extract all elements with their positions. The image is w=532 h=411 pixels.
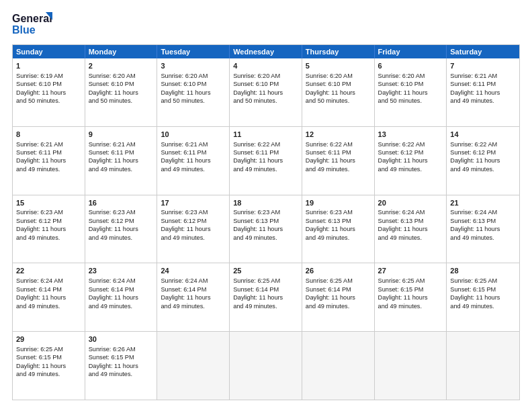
day-info-line: Daylight: 11 hours <box>378 293 443 302</box>
day-cell-18: 18Sunrise: 6:23 AMSunset: 6:13 PMDayligh… <box>230 195 302 263</box>
day-number: 23 <box>89 266 154 276</box>
day-number: 13 <box>378 130 443 140</box>
day-info-line: Sunset: 6:11 PM <box>233 148 298 156</box>
day-info-line: Sunset: 6:15 PM <box>450 285 516 293</box>
day-number: 5 <box>306 61 371 71</box>
day-info-line: Daylight: 11 hours <box>161 225 226 233</box>
day-cell-19: 19Sunrise: 6:23 AMSunset: 6:13 PMDayligh… <box>302 195 375 263</box>
day-info-line: Sunset: 6:11 PM <box>161 148 226 156</box>
day-info-line: and 50 minutes. <box>233 97 298 105</box>
day-info-line: Sunset: 6:12 PM <box>378 148 443 156</box>
day-info-line: Daylight: 11 hours <box>233 225 298 233</box>
day-number: 11 <box>233 130 298 140</box>
day-number: 20 <box>378 198 443 208</box>
day-info-line: and 49 minutes. <box>16 370 81 378</box>
day-cell-24: 24Sunrise: 6:24 AMSunset: 6:14 PMDayligh… <box>157 263 230 331</box>
day-info-line: Sunrise: 6:24 AM <box>89 277 154 285</box>
day-info-line: Sunrise: 6:22 AM <box>450 140 516 148</box>
svg-text:General: General <box>12 13 52 24</box>
day-cell-26: 26Sunrise: 6:25 AMSunset: 6:14 PMDayligh… <box>302 263 375 331</box>
day-info-line: Sunrise: 6:21 AM <box>161 140 226 148</box>
day-info-line: Sunset: 6:14 PM <box>306 285 371 293</box>
day-number: 27 <box>378 266 443 276</box>
header-day-thursday: Thursday <box>302 45 375 58</box>
day-info-line: Daylight: 11 hours <box>161 156 226 165</box>
empty-cell <box>302 332 375 400</box>
day-info-line: Daylight: 11 hours <box>89 362 154 370</box>
day-cell-5: 5Sunrise: 6:20 AMSunset: 6:10 PMDaylight… <box>302 58 375 126</box>
day-info-line: Daylight: 11 hours <box>89 89 154 97</box>
day-info-line: and 49 minutes. <box>16 302 81 310</box>
day-cell-14: 14Sunrise: 6:22 AMSunset: 6:12 PMDayligh… <box>447 127 519 195</box>
day-info-line: and 49 minutes. <box>89 165 154 173</box>
day-cell-6: 6Sunrise: 6:20 AMSunset: 6:10 PMDaylight… <box>375 58 447 126</box>
day-number: 7 <box>450 61 516 71</box>
day-info-line: Sunset: 6:15 PM <box>89 353 154 361</box>
day-number: 14 <box>450 130 516 140</box>
day-number: 2 <box>89 61 154 71</box>
day-number: 18 <box>233 198 298 208</box>
day-info-line: Daylight: 11 hours <box>161 293 226 302</box>
calendar-row-1: 1Sunrise: 6:19 AMSunset: 6:10 PMDaylight… <box>13 58 519 126</box>
day-info-line: Sunrise: 6:25 AM <box>16 345 81 353</box>
day-info-line: Sunrise: 6:25 AM <box>378 277 443 285</box>
day-info-line: Sunset: 6:10 PM <box>306 80 371 88</box>
day-info-line: and 49 minutes. <box>378 302 443 310</box>
day-cell-16: 16Sunrise: 6:23 AMSunset: 6:12 PMDayligh… <box>85 195 158 263</box>
day-info-line: Daylight: 11 hours <box>16 89 81 97</box>
day-info-line: and 49 minutes. <box>450 97 516 105</box>
day-info-line: Daylight: 11 hours <box>306 89 371 97</box>
day-info-line: and 49 minutes. <box>450 234 516 242</box>
header-day-monday: Monday <box>85 45 158 58</box>
day-info-line: Sunrise: 6:25 AM <box>450 277 516 285</box>
day-info-line: and 49 minutes. <box>306 302 371 310</box>
day-info-line: and 49 minutes. <box>378 234 443 242</box>
day-number: 25 <box>233 266 298 276</box>
day-number: 15 <box>16 198 81 208</box>
day-info-line: and 49 minutes. <box>16 165 81 173</box>
day-info-line: Sunset: 6:11 PM <box>16 148 81 156</box>
day-info-line: and 49 minutes. <box>161 302 226 310</box>
day-cell-3: 3Sunrise: 6:20 AMSunset: 6:10 PMDaylight… <box>157 58 230 126</box>
day-info-line: Sunrise: 6:20 AM <box>306 72 371 80</box>
day-info-line: Sunrise: 6:21 AM <box>450 72 516 80</box>
day-cell-17: 17Sunrise: 6:23 AMSunset: 6:12 PMDayligh… <box>157 195 230 263</box>
day-number: 9 <box>89 130 154 140</box>
calendar-row-2: 8Sunrise: 6:21 AMSunset: 6:11 PMDaylight… <box>13 126 519 195</box>
day-info-line: and 49 minutes. <box>306 234 371 242</box>
day-info-line: Sunrise: 6:24 AM <box>16 277 81 285</box>
header-day-sunday: Sunday <box>13 45 85 58</box>
calendar-row-3: 15Sunrise: 6:23 AMSunset: 6:12 PMDayligh… <box>13 195 519 263</box>
day-info-line: Sunrise: 6:20 AM <box>161 72 226 80</box>
calendar-body: 1Sunrise: 6:19 AMSunset: 6:10 PMDaylight… <box>13 58 519 400</box>
day-number: 17 <box>161 198 226 208</box>
day-info-line: Sunset: 6:14 PM <box>89 285 154 293</box>
day-info-line: Daylight: 11 hours <box>233 156 298 165</box>
day-number: 4 <box>233 61 298 71</box>
day-cell-25: 25Sunrise: 6:25 AMSunset: 6:14 PMDayligh… <box>230 263 302 331</box>
day-info-line: Sunset: 6:13 PM <box>233 217 298 225</box>
header-day-wednesday: Wednesday <box>230 45 302 58</box>
svg-text:Blue: Blue <box>12 24 36 36</box>
day-info-line: Sunrise: 6:25 AM <box>233 277 298 285</box>
calendar: SundayMondayTuesdayWednesdayThursdayFrid… <box>12 44 520 400</box>
day-cell-12: 12Sunrise: 6:22 AMSunset: 6:11 PMDayligh… <box>302 127 375 195</box>
day-info-line: Daylight: 11 hours <box>450 293 516 302</box>
day-info-line: Daylight: 11 hours <box>378 225 443 233</box>
day-info-line: Daylight: 11 hours <box>378 89 443 97</box>
day-info-line: and 49 minutes. <box>450 165 516 173</box>
day-info-line: Sunrise: 6:23 AM <box>306 208 371 216</box>
day-number: 8 <box>16 130 81 140</box>
day-cell-8: 8Sunrise: 6:21 AMSunset: 6:11 PMDaylight… <box>13 127 85 195</box>
day-info-line: Daylight: 11 hours <box>378 156 443 165</box>
day-info-line: Sunset: 6:10 PM <box>378 80 443 88</box>
day-info-line: Sunset: 6:13 PM <box>306 217 371 225</box>
day-info-line: Daylight: 11 hours <box>450 89 516 97</box>
day-info-line: Sunrise: 6:24 AM <box>378 208 443 216</box>
day-info-line: Daylight: 11 hours <box>16 156 81 165</box>
day-info-line: Sunset: 6:14 PM <box>16 285 81 293</box>
day-info-line: Sunrise: 6:19 AM <box>16 72 81 80</box>
day-info-line: and 50 minutes. <box>16 97 81 105</box>
day-info-line: Sunset: 6:15 PM <box>16 353 81 361</box>
day-info-line: Sunset: 6:12 PM <box>450 148 516 156</box>
